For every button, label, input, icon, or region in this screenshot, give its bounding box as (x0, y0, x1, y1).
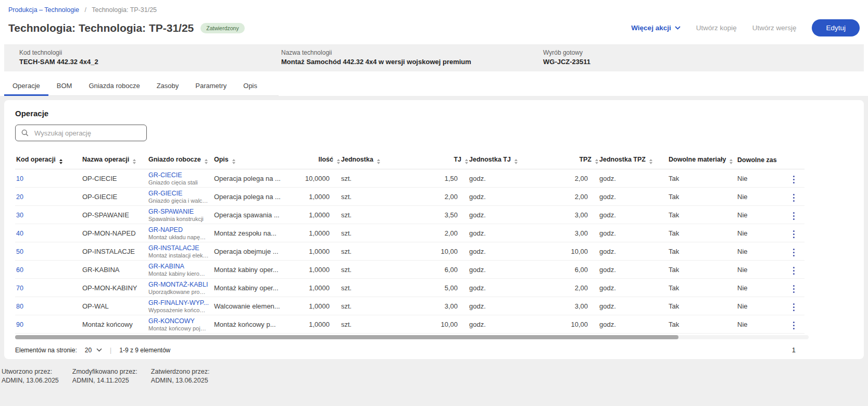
horizontal-scrollbar-track[interactable] (15, 335, 809, 339)
workcenter-link[interactable]: GR-KABINA (148, 263, 184, 270)
cell-workcenter: GR-INSTALACJEMontaż instalacji elektr... (147, 242, 213, 261)
row-menu-button[interactable] (790, 192, 798, 204)
workcenter-link[interactable]: GR-INSTALACJE (148, 244, 199, 252)
pagination-range: 1-9 z 9 elementów (119, 347, 170, 354)
row-menu-button[interactable] (790, 283, 798, 296)
cell-tj: 5,00 (394, 279, 468, 297)
row-menu-button[interactable] (790, 301, 798, 314)
row-menu-button[interactable] (790, 247, 798, 259)
cell-any-resources: Nie (736, 242, 782, 261)
column-header-dowolne-materia-y[interactable]: Dowolne materiały (668, 152, 736, 169)
cell-tpz-unit: godz. (598, 279, 668, 297)
workcenter-link[interactable]: GR-CIECIE (148, 171, 182, 179)
operation-search (15, 125, 147, 141)
sort-icon (514, 159, 518, 164)
tab-operacje[interactable]: Operacje (4, 78, 48, 95)
workcenter-link[interactable]: GR-KONCOWY (148, 317, 195, 325)
cell-tj: 2,00 (394, 224, 468, 242)
cell-tj-unit: godz. (468, 297, 524, 315)
tab-gniazda-robocze[interactable]: Gniazda robocze (80, 78, 148, 95)
column-header-jednostka-tj[interactable]: Jednostka TJ (468, 152, 524, 169)
tab-opis[interactable]: Opis (235, 78, 266, 95)
per-page-select[interactable]: 20 (85, 347, 102, 354)
current-page[interactable]: 1 (792, 346, 796, 354)
cell-row-actions (782, 279, 804, 297)
column-header-jednostka-tpz[interactable]: Jednostka TPZ (598, 152, 668, 169)
workcenter-description: Gniazdo gięcia i walco... (148, 198, 209, 204)
cell-quantity: 1,0000 (290, 315, 340, 334)
cell-tj: 10,00 (394, 315, 468, 334)
row-menu-button[interactable] (790, 210, 798, 223)
operation-code-link[interactable]: 40 (16, 230, 23, 237)
create-copy-button[interactable]: Utwórz kopię (696, 24, 737, 32)
search-icon (21, 129, 29, 137)
workcenter-link[interactable]: GR-SPAWANIE (148, 208, 194, 215)
info-field-value: WG-JCZ-23511 (543, 58, 590, 66)
info-field-label: Nazwa technologii (281, 49, 543, 56)
column-label: Jednostka TJ (469, 156, 511, 163)
row-menu-button[interactable] (790, 319, 798, 332)
cell-operation-code: 80 (15, 297, 81, 315)
operation-code-link[interactable]: 80 (16, 303, 23, 310)
operation-code-link[interactable]: 90 (16, 321, 23, 328)
cell-any-resources: Nie (736, 206, 782, 224)
cell-tpz-unit: godz. (598, 169, 668, 188)
search-input[interactable] (33, 129, 141, 138)
breadcrumb: Produkcja – Technologie / Technologia: T… (8, 6, 860, 14)
column-header-tj[interactable]: TJ (394, 152, 468, 169)
operation-code-link[interactable]: 30 (16, 212, 23, 219)
cell-any-materials: Tak (668, 169, 736, 188)
operation-row: 70OP-MON-KABINYGR-MONTAŻ-KABLIUporządkow… (15, 279, 804, 297)
column-header-ilo[interactable]: Ilość (290, 152, 340, 169)
workcenter-link[interactable]: GR-FINALNY-WYP... (148, 299, 209, 306)
column-header-tpz[interactable]: TPZ (524, 152, 598, 169)
column-header-nazwa-operacji[interactable]: Nazwa operacji (81, 152, 147, 169)
column-header-kod-operacji[interactable]: Kod operacji (15, 152, 81, 169)
chevron-down-icon (96, 348, 102, 352)
operation-code-link[interactable]: 10 (16, 175, 23, 182)
cell-tj-unit: godz. (468, 279, 524, 297)
cell-operation-name: OP-MON-NAPED (81, 224, 147, 242)
cell-tpz: 3,00 (524, 206, 598, 224)
operation-code-link[interactable]: 70 (16, 285, 23, 292)
row-menu-button[interactable] (790, 228, 798, 241)
operation-code-link[interactable]: 50 (16, 248, 23, 255)
cell-workcenter: GR-CIECIEGniazdo cięcia stali (147, 169, 213, 188)
cell-tj-unit: godz. (468, 242, 524, 261)
operations-card: Operacje Kod operacjiNazwa operacjiGniaz… (4, 100, 864, 359)
cell-operation-name: OP-WAL (81, 297, 147, 315)
more-actions-button[interactable]: Więcej akcji (631, 24, 680, 32)
row-menu-button[interactable] (790, 265, 798, 277)
workcenter-link[interactable]: GR-MONTAŻ-KABLI (148, 281, 208, 288)
page-header: Produkcja – Technologie / Technologia: T… (0, 0, 868, 96)
cell-operation-code: 20 (15, 188, 81, 206)
info-field-wyrob-gotowy: Wyrób gotowy WG-JCZ-23511 (543, 49, 590, 66)
tab-parametry[interactable]: Parametry (187, 78, 235, 95)
horizontal-scrollbar-thumb[interactable] (15, 335, 678, 339)
edit-button[interactable]: Edytuj (812, 19, 860, 36)
cell-tpz-unit: godz. (598, 297, 668, 315)
cell-quantity: 1,0000 (290, 242, 340, 261)
created-by: Utworzono przez: ADMIN, 13.06.2025 (2, 368, 59, 384)
column-header-opis[interactable]: Opis (213, 152, 290, 169)
create-version-button[interactable]: Utwórz wersję (752, 24, 797, 32)
operation-code-link[interactable]: 60 (16, 266, 23, 274)
column-header-gniazdo-robocze[interactable]: Gniazdo robocze (147, 152, 213, 169)
tab-bom[interactable]: BOM (48, 78, 81, 95)
workcenter-link[interactable]: GR-NAPED (148, 226, 183, 233)
modified-by: Zmodyfikowano przez: ADMIN, 14.11.2025 (72, 368, 137, 384)
cell-tj-unit: godz. (468, 224, 524, 242)
tab-zasoby[interactable]: Zasoby (148, 78, 187, 95)
cell-tj: 10,00 (394, 242, 468, 261)
operation-code-link[interactable]: 20 (16, 193, 23, 201)
sort-icon (729, 159, 733, 164)
column-header-jednostka[interactable]: Jednostka (340, 152, 394, 169)
workcenter-link[interactable]: GR-GIECIE (148, 190, 182, 197)
column-label: Gniazdo robocze (148, 156, 201, 163)
cell-any-resources: Nie (736, 261, 782, 279)
cell-unit: szt. (340, 261, 394, 279)
cell-quantity: 1,0000 (290, 206, 340, 224)
cell-operation-name: OP-INSTALACJE (81, 242, 147, 261)
row-menu-button[interactable] (790, 174, 798, 186)
breadcrumb-link-produkcja-technologie[interactable]: Produkcja – Technologie (8, 6, 79, 14)
